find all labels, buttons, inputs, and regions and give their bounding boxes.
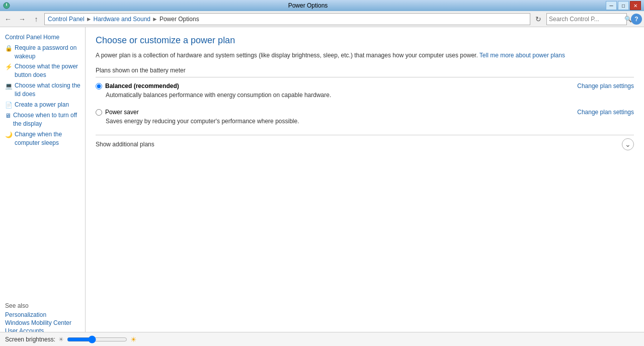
sidebar-item-power-button[interactable]: ⚡ Choose what the power button does — [0, 61, 85, 80]
help-button[interactable]: ? — [631, 14, 642, 25]
sidebar-label-turn-off-display: Choose when to turn off the display — [13, 111, 81, 128]
see-also-title: See also — [5, 302, 80, 309]
plan-power-saver-change-link[interactable]: Change plan settings — [577, 109, 634, 116]
intro-text: A power plan is a collection of hardware… — [96, 51, 634, 60]
lid-icon: 💻 — [5, 82, 13, 91]
search-input[interactable] — [549, 16, 624, 23]
power-options-icon — [3, 2, 10, 9]
sidebar-label-require-password: Require a password on wakeup — [15, 44, 81, 61]
breadcrumb-current: Power Options — [159, 16, 199, 23]
plan-balanced-name: Balanced (recommended) — [105, 82, 179, 90]
sidebar-label-computer-sleeps: Change when the computer sleeps — [15, 130, 81, 147]
show-additional-label: Show additional plans — [96, 141, 618, 148]
plan-balanced: Balanced (recommended) Change plan setti… — [96, 82, 634, 102]
search-box: 🔍 — [546, 13, 627, 25]
plan-power-saver-header: Power saver Change plan settings — [96, 109, 634, 116]
refresh-button[interactable]: ↻ — [532, 13, 544, 25]
expand-plans-button[interactable]: ⌄ — [622, 138, 634, 150]
sidebar-label-control-panel-home: Control Panel Home — [5, 33, 59, 42]
page-title: Choose or customize a power plan — [96, 35, 634, 46]
breadcrumb-sep-2: ► — [152, 16, 158, 23]
display-icon: 🖥 — [5, 112, 11, 120]
address-bar: ← → ↑ Control Panel ► Hardware and Sound… — [0, 11, 644, 27]
plan-balanced-left: Balanced (recommended) — [96, 82, 179, 90]
minimize-button[interactable]: ─ — [606, 1, 617, 10]
sleep-icon: 🌙 — [5, 131, 13, 139]
lock-icon: 🔒 — [5, 44, 13, 53]
sidebar-item-control-panel-home[interactable]: Control Panel Home — [0, 32, 85, 43]
see-also-personalization[interactable]: Personalization — [5, 311, 80, 318]
create-plan-icon: 📄 — [5, 101, 13, 110]
see-also: See also Personalization Windows Mobilit… — [0, 299, 85, 332]
up-button[interactable]: ↑ — [30, 13, 42, 25]
breadcrumb-control-panel[interactable]: Control Panel — [48, 16, 85, 23]
plan-power-saver: Power saver Change plan settings Saves e… — [96, 109, 634, 128]
brightness-low-icon: ☀ — [58, 336, 64, 343]
sidebar-label-closing-lid: Choose what closing the lid does — [15, 81, 81, 99]
bottom-bar: Screen brightness: ☀ ☀ — [0, 332, 644, 346]
sidebar-item-turn-off-display[interactable]: 🖥 Choose when to turn off the display — [0, 110, 85, 129]
sidebar-item-create-plan[interactable]: 📄 Create a power plan — [0, 100, 85, 111]
sidebar-item-closing-lid[interactable]: 💻 Choose what closing the lid does — [0, 80, 85, 100]
brightness-label: Screen brightness: — [5, 336, 55, 343]
plan-balanced-change-link[interactable]: Change plan settings — [577, 82, 634, 90]
plan-power-saver-desc: Saves energy by reducing your computer's… — [106, 118, 634, 125]
sidebar-item-computer-sleeps[interactable]: 🌙 Change when the computer sleeps — [0, 129, 85, 148]
plan-power-saver-radio[interactable] — [96, 109, 102, 116]
plans-label: Plans shown on the battery meter — [96, 67, 634, 74]
content-area: Choose or customize a power plan A power… — [86, 27, 644, 332]
power-button-icon: ⚡ — [5, 63, 13, 71]
see-also-mobility-center[interactable]: Windows Mobility Center — [5, 319, 80, 326]
sidebar-label-power-button: Choose what the power button does — [15, 62, 81, 79]
sidebar-label-create-plan: Create a power plan — [15, 101, 69, 109]
breadcrumb-bar: Control Panel ► Hardware and Sound ► Pow… — [44, 13, 530, 25]
sidebar-item-require-password[interactable]: 🔒 Require a password on wakeup — [0, 43, 85, 62]
main-area: Control Panel Home 🔒 Require a password … — [0, 27, 644, 332]
plan-power-saver-name: Power saver — [105, 109, 139, 116]
maximize-button[interactable]: □ — [618, 1, 629, 10]
plan-balanced-header: Balanced (recommended) Change plan setti… — [96, 82, 634, 90]
breadcrumb-sep-1: ► — [86, 16, 92, 23]
show-additional-plans[interactable]: Show additional plans ⌄ — [96, 135, 634, 150]
brightness-slider[interactable] — [67, 335, 127, 343]
back-button[interactable]: ← — [2, 13, 14, 25]
forward-button[interactable]: → — [16, 13, 28, 25]
close-button[interactable]: ✕ — [630, 1, 641, 10]
title-bar-left — [3, 2, 10, 9]
window-title: Power Options — [10, 2, 606, 9]
sidebar: Control Panel Home 🔒 Require a password … — [0, 27, 86, 332]
title-bar: Power Options ─ □ ✕ — [0, 0, 644, 11]
title-bar-controls: ─ □ ✕ — [606, 1, 641, 10]
intro-link[interactable]: Tell me more about power plans — [479, 52, 565, 59]
breadcrumb-hardware-sound[interactable]: Hardware and Sound — [94, 16, 150, 23]
plans-divider — [96, 77, 634, 77]
plan-balanced-desc: Automatically balances performance with … — [106, 92, 634, 99]
plan-balanced-radio[interactable] — [96, 83, 102, 90]
plan-power-saver-left: Power saver — [96, 109, 139, 116]
see-also-user-accounts[interactable]: User Accounts — [5, 327, 80, 332]
brightness-high-icon: ☀ — [130, 335, 137, 343]
